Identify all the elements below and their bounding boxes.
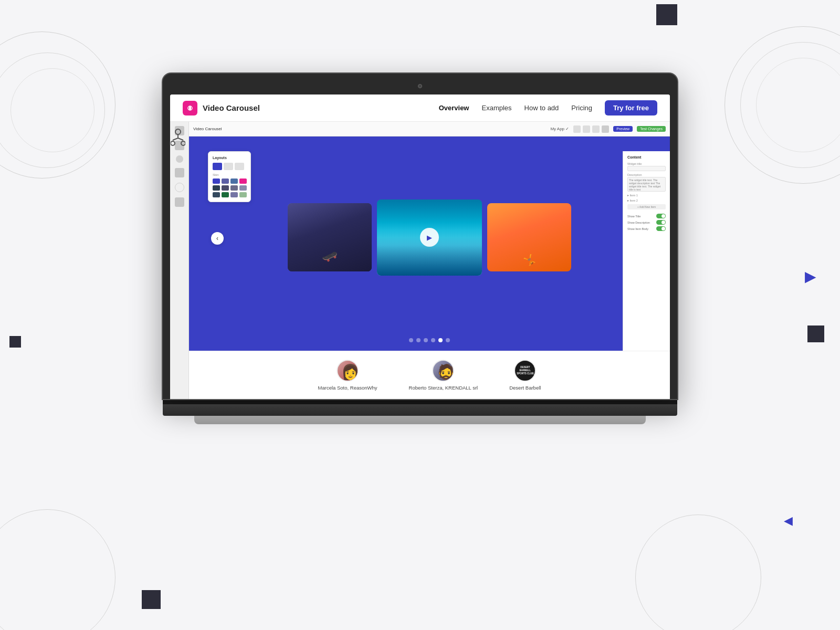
app-nav-left: Video Carousel [183,101,260,116]
show-title-toggle[interactable] [656,214,666,218]
widget-title-field: Widget title [627,162,666,171]
editor-tablet-icon[interactable] [583,125,590,133]
testimonial-marcela: Marcela Soto, ReasonWhy [318,360,377,391]
nav-link-pricing[interactable]: Pricing [571,104,592,112]
bg-square-3 [9,336,21,348]
carousel-dot-3[interactable] [424,338,428,342]
svg-point-2 [181,141,185,145]
nav-link-how-to-add[interactable]: How to add [524,104,559,112]
video-row: ‹ 🛹 [189,136,670,338]
carousel-dot-5[interactable] [438,338,443,342]
nav-link-examples[interactable]: Examples [481,104,511,112]
testimonials-section: Marcela Soto, ReasonWhy Roberto Sterza, … [189,351,670,399]
toggles-section: Show Title Show Description [627,214,666,231]
color-swatch-4[interactable] [239,178,247,184]
color-swatch-2[interactable] [222,178,229,184]
play-button[interactable]: ▶ [420,228,439,247]
app-nav: Video Carousel Overview Examples How to … [170,94,670,122]
svg-rect-5 [189,107,191,110]
sidebar-circle-icon[interactable] [175,183,184,192]
testimonial-roberto: Roberto Sterza, KRENDALL srl [409,360,478,391]
branch-icon [171,129,185,151]
right-content-panel: Content Widget title Description [623,151,670,351]
layers-panel: Layouts Skin [208,151,251,202]
color-swatch-6[interactable] [222,185,229,191]
widget-title-input[interactable] [627,166,666,171]
laptop-hinge [163,399,677,404]
sidebar-pen-icon[interactable] [175,168,184,177]
app-logo [183,101,197,116]
video-thumb-skate[interactable]: 🛹 [288,203,372,271]
testimonial-desert: DESERT BARBELL SPORTS CLUB Desert Barbel… [509,360,541,391]
svg-point-1 [171,141,175,145]
app-container: Video Carousel Overview Examples How to … [170,94,670,399]
color-swatch-8[interactable] [239,185,247,191]
carousel-dot-2[interactable] [416,338,421,342]
app-nav-right: Overview Examples How to add Pricing Try… [439,100,657,116]
toggle-show-title: Show Title [627,214,666,218]
bg-square-2 [807,326,824,342]
bg-square-4 [142,590,161,609]
color-swatch-7[interactable] [230,185,238,191]
add-item-button[interactable]: + Add New Item [627,204,666,209]
item2-label: ▸ Item 2 [627,199,666,202]
editor-mobile-icon[interactable] [573,125,581,133]
editor-app-name: My App ✓ [550,127,569,131]
layers-panel-title: Layouts [213,156,246,160]
editor-main: Video Carousel My App ✓ Preview [189,122,670,399]
compact-view-icon[interactable] [235,163,244,170]
try-for-free-button[interactable]: Try for free [605,100,657,116]
sidebar-chart-icon[interactable] [175,197,184,207]
carousel-dot-1[interactable] [409,338,413,342]
description-label: Description [627,173,666,176]
editor-test-button[interactable]: Test Changes [637,126,666,132]
show-description-toggle[interactable] [656,220,666,225]
grid-view-icon[interactable] [213,163,222,170]
color-swatch-5[interactable] [213,185,220,191]
bg-circle-bottom-left [0,509,116,630]
editor-hero: Layouts Skin [189,136,670,351]
toggle-show-item-body: Show Item Body [627,226,666,231]
testimonial-name-desert: Desert Barbell [509,385,541,391]
laptop-foot [194,416,646,424]
color-swatches [213,178,246,197]
bg-circle-3 [10,68,94,152]
item1-field: ▸ Item 1 [627,194,666,197]
avatar-roberto [432,360,454,382]
app-content: Video Carousel My App ✓ Preview [170,122,670,399]
right-panel-title: Content [627,155,666,159]
editor-desktop-icon[interactable] [592,125,600,133]
skin-label: Skin [213,173,246,176]
pointer-bottom-arrow: ◀ [784,514,793,528]
description-textarea[interactable]: The widget title text. The widget descri… [627,177,666,192]
editor-widget-label: Video Carousel [193,127,222,131]
editor-code-icon[interactable] [602,125,609,133]
video-thumb-wave[interactable]: ▶ [377,200,482,276]
editor-preview-button[interactable]: Preview [613,126,633,132]
svg-point-0 [175,129,181,134]
show-item-body-toggle[interactable] [656,226,666,231]
avatar-desert: DESERT BARBELL SPORTS CLUB [514,360,536,382]
carousel-dot-4[interactable] [431,338,435,342]
laptop-camera-bar [170,81,670,91]
list-view-icon[interactable] [224,163,233,170]
editor-topbar: Video Carousel My App ✓ Preview [189,122,670,136]
layers-view-icons [213,163,246,170]
pointer-right-arrow: ▶ [805,268,816,285]
color-swatch-12[interactable] [239,192,247,197]
carousel-prev-button[interactable]: ‹ [211,232,224,245]
carousel-dots [189,338,670,351]
color-swatch-3[interactable] [230,178,238,184]
toggle-show-description: Show Description [627,220,666,225]
color-swatch-11[interactable] [230,192,238,197]
description-field: Description The widget title text. The w… [627,173,666,192]
color-swatch-1[interactable] [213,178,220,184]
color-swatch-10[interactable] [222,192,229,197]
bg-square-1 [656,4,677,25]
video-thumb-action[interactable]: 🤸 [487,203,571,271]
color-swatch-9[interactable] [213,192,220,197]
laptop-body: Video Carousel Overview Examples How to … [163,74,677,399]
nav-link-overview[interactable]: Overview [439,104,469,112]
sidebar-add-icon[interactable] [176,155,183,163]
carousel-dot-6[interactable] [446,338,450,342]
